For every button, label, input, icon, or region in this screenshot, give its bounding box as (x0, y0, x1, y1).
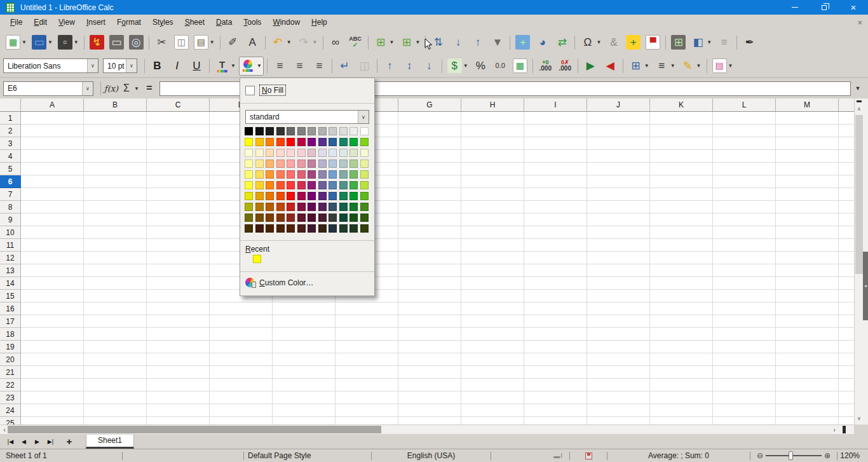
headers-and-footers-button[interactable]: ▀ (644, 33, 662, 52)
clone-formatting-button[interactable]: ✐ (224, 33, 242, 52)
cell-a11[interactable] (21, 239, 84, 252)
cell-g11[interactable] (398, 239, 461, 252)
undo-dropdown-icon[interactable]: ▼ (287, 39, 292, 45)
insert-image-button[interactable]: + (513, 33, 532, 52)
cell-a17[interactable] (21, 315, 84, 328)
cell-i5[interactable] (524, 163, 587, 175)
cell-a12[interactable] (21, 252, 84, 264)
color-swatch-3-10[interactable] (349, 160, 358, 168)
cell-h8[interactable] (461, 201, 524, 214)
cell-m4[interactable] (776, 150, 839, 163)
cell-m22[interactable] (776, 379, 839, 391)
border-style-button[interactable]: ≡▼ (653, 57, 677, 76)
format-as-currency-button[interactable]: $▼ (445, 57, 470, 76)
color-swatch-1-1[interactable] (255, 138, 264, 146)
color-swatch-2-4[interactable] (287, 149, 295, 157)
cell-c2[interactable] (147, 125, 210, 137)
cell-c20[interactable] (147, 353, 210, 366)
border-style-dropdown-icon[interactable]: ▼ (670, 63, 675, 69)
add-sheet-button[interactable]: + (61, 436, 78, 447)
zoom-slider-thumb[interactable] (789, 451, 793, 460)
cell-f20[interactable] (336, 353, 398, 366)
cell-d24[interactable] (210, 404, 273, 417)
cell-c24[interactable] (147, 404, 210, 417)
color-swatch-3-3[interactable] (276, 160, 285, 168)
cell-g19[interactable] (398, 341, 461, 353)
cell-h10[interactable] (461, 226, 524, 239)
align-top-button[interactable]: ↑ (381, 57, 399, 76)
insert-hyperlink-button[interactable]: & (604, 33, 623, 52)
cell-e23[interactable] (273, 391, 336, 404)
cell-h7[interactable] (461, 188, 524, 201)
cell-f24[interactable] (336, 404, 398, 417)
color-swatch-6-8[interactable] (329, 192, 337, 200)
cell-h11[interactable] (461, 239, 524, 252)
color-swatch-9-1[interactable] (255, 224, 264, 233)
cell-l6[interactable] (713, 175, 776, 188)
row-header-17[interactable]: 17 (0, 315, 21, 328)
color-swatch-9-10[interactable] (349, 224, 358, 233)
cell-j25[interactable] (587, 417, 650, 425)
color-swatch-2-8[interactable] (329, 149, 337, 157)
define-print-area-button[interactable]: ⊞ (669, 33, 688, 52)
cell-g14[interactable] (398, 277, 461, 290)
cell-a21[interactable] (21, 366, 84, 379)
color-swatch-8-0[interactable] (245, 214, 253, 222)
cell-c22[interactable] (147, 379, 210, 391)
cell-c23[interactable] (147, 391, 210, 404)
color-swatch-8-6[interactable] (308, 214, 316, 222)
cell-i24[interactable] (524, 404, 587, 417)
cell-i9[interactable] (524, 214, 587, 226)
color-swatch-8-2[interactable] (266, 214, 274, 222)
color-swatch-4-7[interactable] (318, 170, 327, 179)
bold-button[interactable]: B (148, 57, 166, 76)
cell-c21[interactable] (147, 366, 210, 379)
formula-button[interactable]: = (142, 81, 157, 96)
open-dropdown-icon[interactable]: ▼ (48, 39, 53, 45)
insert-column-dropdown-icon[interactable]: ▼ (415, 39, 420, 45)
color-swatch-5-2[interactable] (266, 181, 274, 189)
color-swatch-1-6[interactable] (308, 138, 316, 146)
cell-l14[interactable] (713, 277, 776, 290)
color-swatch-8-5[interactable] (297, 214, 306, 222)
minimize-button[interactable] (780, 0, 810, 15)
cell-a18[interactable] (21, 328, 84, 341)
row-header-4[interactable]: 4 (0, 150, 21, 163)
row-header-5[interactable]: 5 (0, 163, 21, 175)
cell-c3[interactable] (147, 137, 210, 150)
color-swatch-9-4[interactable] (287, 224, 295, 233)
cell-g12[interactable] (398, 252, 461, 264)
color-swatch-9-0[interactable] (245, 224, 253, 233)
cell-i1[interactable] (524, 112, 587, 125)
cell-g18[interactable] (398, 328, 461, 341)
cell-k6[interactable] (650, 175, 713, 188)
column-header-a[interactable]: A (21, 99, 84, 111)
cell-m11[interactable] (776, 239, 839, 252)
font-size-combo[interactable]: 10 pt ∨ (103, 58, 137, 73)
color-swatch-4-1[interactable] (255, 170, 264, 179)
cell-b13[interactable] (84, 264, 147, 277)
color-swatch-7-9[interactable] (339, 203, 348, 211)
cell-m19[interactable] (776, 341, 839, 353)
color-swatch-1-0[interactable] (245, 138, 253, 146)
format-as-date-button[interactable]: ▦ (511, 57, 529, 76)
cell-l1[interactable] (713, 112, 776, 125)
cell-c18[interactable] (147, 328, 210, 341)
close-document-icon[interactable]: × (857, 18, 862, 27)
cell-f18[interactable] (336, 328, 398, 341)
cell-h23[interactable] (461, 391, 524, 404)
cell-m8[interactable] (776, 201, 839, 214)
cell-i3[interactable] (524, 137, 587, 150)
color-swatch-7-2[interactable] (266, 203, 274, 211)
cell-f21[interactable] (336, 366, 398, 379)
border-color-button[interactable]: ✎▼ (679, 57, 703, 76)
italic-button[interactable]: I (168, 57, 186, 76)
color-swatch-8-7[interactable] (318, 214, 327, 222)
cell-i12[interactable] (524, 252, 587, 264)
cell-l12[interactable] (713, 252, 776, 264)
column-header-h[interactable]: H (461, 99, 524, 111)
font-name-combo[interactable]: Liberation Sans ∨ (3, 58, 98, 73)
cell-i15[interactable] (524, 290, 587, 302)
color-swatch-0-3[interactable] (276, 127, 285, 135)
color-swatch-6-11[interactable] (360, 192, 369, 200)
